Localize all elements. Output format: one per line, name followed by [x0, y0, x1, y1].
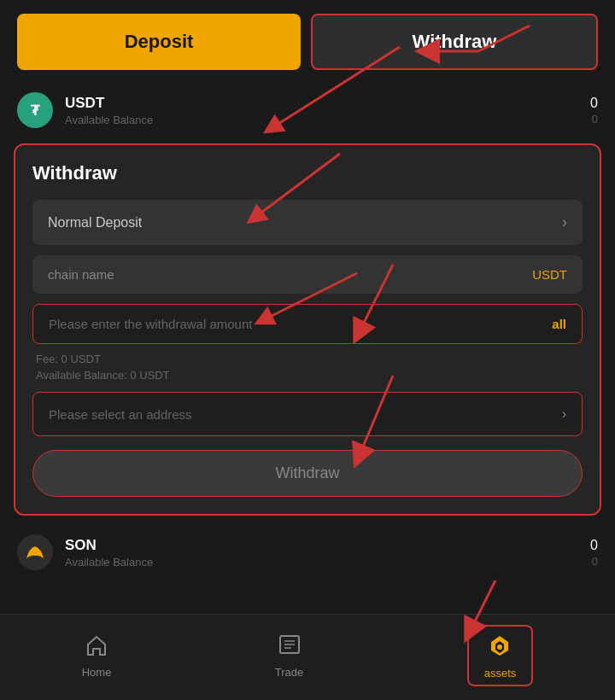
- address-placeholder: Please select an address: [49, 407, 192, 422]
- address-chevron: ›: [562, 406, 566, 422]
- deposit-type-label: Normal Deposit: [48, 215, 142, 230]
- deposit-type-chevron: ›: [562, 213, 567, 231]
- chain-row: chain name USDT: [32, 255, 583, 294]
- trade-label: Trade: [275, 666, 303, 679]
- deposit-tab[interactable]: Deposit: [17, 14, 301, 70]
- usdt-symbol: USDT: [65, 95, 590, 112]
- nav-assets[interactable]: assets: [467, 625, 534, 686]
- trade-icon: [278, 633, 302, 662]
- usdt-balance: 0: [590, 96, 598, 111]
- nav-home[interactable]: Home: [82, 633, 112, 679]
- usdt-icon: ₮: [17, 92, 53, 128]
- asset-row-son: SON Available Balance 0 0: [17, 522, 598, 582]
- assets-icon: [487, 632, 512, 663]
- chain-value: USDT: [532, 267, 567, 282]
- usdt-balance-sub: 0: [590, 113, 598, 125]
- chain-label: chain name: [48, 267, 114, 282]
- nav-trade[interactable]: Trade: [275, 633, 303, 679]
- fee-label: Fee: 0 USDT: [36, 353, 579, 365]
- amount-placeholder: Please enter the withdrawal amount: [49, 317, 252, 331]
- son-balance-sub: 0: [590, 555, 598, 568]
- modal-title: Withdraw: [32, 162, 583, 184]
- svg-point-9: [497, 645, 502, 650]
- deposit-type-row[interactable]: Normal Deposit ›: [32, 200, 583, 245]
- amount-all-button[interactable]: all: [552, 317, 566, 331]
- available-balance-label: Available Balance: 0 USDT: [36, 369, 579, 382]
- fee-info: Fee: 0 USDT Available Balance: 0 USDT: [32, 353, 583, 382]
- withdraw-modal: Withdraw Normal Deposit › chain name USD…: [14, 143, 601, 516]
- withdraw-button[interactable]: Withdraw: [32, 450, 583, 497]
- address-row[interactable]: Please select an address ›: [32, 392, 583, 436]
- home-icon: [85, 633, 108, 662]
- son-icon: [17, 534, 53, 570]
- usdt-label: Available Balance: [65, 114, 590, 126]
- amount-row[interactable]: Please enter the withdrawal amount all: [32, 304, 583, 344]
- son-label: Available Balance: [65, 556, 590, 569]
- withdraw-tab[interactable]: Withdraw: [311, 14, 598, 70]
- son-balance: 0: [590, 538, 598, 553]
- son-symbol: SON: [65, 537, 590, 554]
- home-label: Home: [82, 666, 112, 679]
- bottom-nav: Home Trade assets: [0, 614, 615, 700]
- assets-label: assets: [484, 667, 517, 680]
- asset-row-usdt: ₮ USDT Available Balance 0 0: [17, 80, 598, 140]
